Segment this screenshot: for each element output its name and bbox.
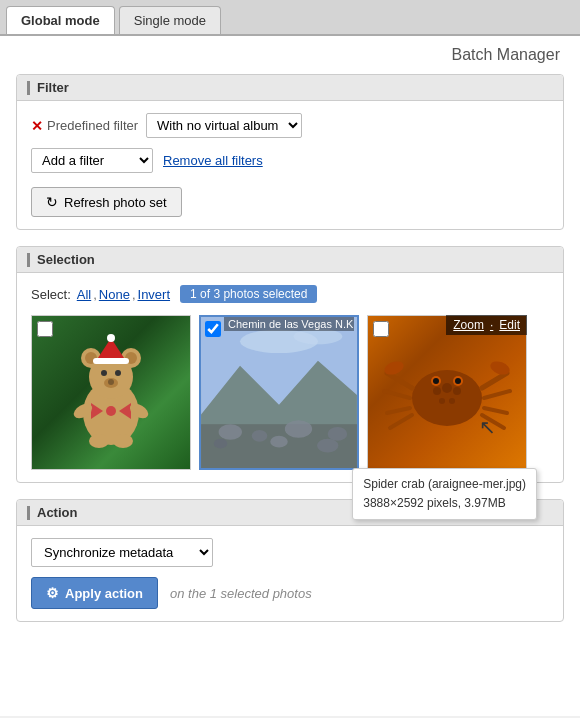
svg-point-6 xyxy=(101,370,107,376)
crab-image: ↖ xyxy=(368,316,526,469)
add-filter-select[interactable]: Add a filter xyxy=(32,149,152,172)
on-selected-text: on the 1 selected photos xyxy=(170,586,312,601)
tooltip-name: Spider crab (araignee-mer.jpg) xyxy=(363,475,526,494)
photo-tooltip: Spider crab (araignee-mer.jpg) 3888×2592… xyxy=(352,468,537,520)
add-filter-select-wrapper: Add a filter xyxy=(31,148,153,173)
crab-svg xyxy=(382,333,512,453)
predefined-filter-select[interactable]: With no virtual album With virtual album… xyxy=(147,114,301,137)
predefined-filter-select-wrapper: With no virtual album With virtual album… xyxy=(146,113,302,138)
tab-single[interactable]: Single mode xyxy=(119,6,221,34)
predefined-filter-label: Predefined filter xyxy=(47,118,138,133)
main-content: Batch Manager Filter ✕ Predefined filter… xyxy=(0,36,580,716)
svg-point-18 xyxy=(89,434,109,448)
svg-line-46 xyxy=(482,373,507,388)
selection-section: Selection Select: All , None , Invert 1 … xyxy=(16,246,564,483)
svg-point-36 xyxy=(439,398,445,404)
svg-point-34 xyxy=(442,383,452,393)
svg-point-15 xyxy=(106,406,116,416)
filter-section-header: Filter xyxy=(17,75,563,101)
tooltip-details: 3888×2592 pixels, 3.97MB xyxy=(363,494,526,513)
filter-section-body: ✕ Predefined filter With no virtual albu… xyxy=(17,101,563,229)
action-row: ⚙ Apply action on the 1 selected photos xyxy=(31,577,549,609)
photo-checkbox-teddy[interactable] xyxy=(37,321,53,337)
svg-point-37 xyxy=(449,398,455,404)
select-label: Select: xyxy=(31,287,71,302)
action-select[interactable]: Synchronize metadata Regenerate thumbnai… xyxy=(32,539,212,566)
page-title: Batch Manager xyxy=(16,46,564,64)
selection-section-body: Select: All , None , Invert 1 of 3 photo… xyxy=(17,273,563,482)
svg-line-42 xyxy=(387,373,412,388)
select-all-link[interactable]: All xyxy=(77,287,91,302)
mountain-caption: Chemin de las Vegas N.K. xyxy=(224,317,354,331)
photos-grid: Chemin de las Vegas N.K. Zoom · Edit xyxy=(31,315,549,470)
photo-item-mountain: Chemin de las Vegas N.K. xyxy=(199,315,359,470)
photo-frame-teddy xyxy=(31,315,191,470)
photo-frame-mountain xyxy=(199,315,359,470)
refresh-button[interactable]: ↻ Refresh photo set xyxy=(31,187,182,217)
selection-section-header: Selection xyxy=(17,247,563,273)
svg-line-49 xyxy=(482,415,504,428)
zoom-link[interactable]: Zoom xyxy=(453,318,484,332)
svg-point-12 xyxy=(107,334,115,342)
photo-frame-crab: ↖ xyxy=(367,315,527,470)
select-bar: Select: All , None , Invert 1 of 3 photo… xyxy=(31,285,549,303)
teddy-svg xyxy=(61,333,161,453)
add-filter-row: Add a filter Remove all filters xyxy=(31,148,549,173)
tab-global[interactable]: Global mode xyxy=(6,6,115,34)
filter-section: Filter ✕ Predefined filter With no virtu… xyxy=(16,74,564,230)
action-select-wrapper: Synchronize metadata Regenerate thumbnai… xyxy=(31,538,213,567)
select-invert-link[interactable]: Invert xyxy=(138,287,171,302)
gear-icon: ⚙ xyxy=(46,585,59,601)
svg-line-48 xyxy=(484,408,507,413)
action-section-body: Synchronize metadata Regenerate thumbnai… xyxy=(17,526,563,621)
photo-checkbox-crab[interactable] xyxy=(373,321,389,337)
svg-line-47 xyxy=(484,391,510,398)
svg-point-9 xyxy=(108,379,114,385)
select-none-link[interactable]: None xyxy=(99,287,130,302)
svg-point-41 xyxy=(455,378,461,384)
svg-line-43 xyxy=(384,391,410,398)
svg-point-32 xyxy=(412,370,482,426)
mountain-image xyxy=(201,317,357,468)
svg-point-33 xyxy=(433,387,441,395)
svg-point-7 xyxy=(115,370,121,376)
remove-predefined-filter-icon[interactable]: ✕ xyxy=(31,118,43,134)
apply-action-button[interactable]: ⚙ Apply action xyxy=(31,577,158,609)
refresh-icon: ↻ xyxy=(46,194,58,210)
tabs-bar: Global mode Single mode xyxy=(0,0,580,36)
zoom-edit-bar: Zoom · Edit xyxy=(446,315,527,335)
photo-item-crab: Zoom · Edit xyxy=(367,315,527,470)
photo-item-teddy xyxy=(31,315,191,470)
svg-rect-11 xyxy=(93,358,129,364)
svg-point-35 xyxy=(453,387,461,395)
teddy-image xyxy=(32,316,190,469)
svg-line-45 xyxy=(390,415,412,428)
selected-badge: 1 of 3 photos selected xyxy=(180,285,317,303)
remove-all-filters-link[interactable]: Remove all filters xyxy=(163,153,263,168)
predefined-filter-row: ✕ Predefined filter With no virtual albu… xyxy=(31,113,549,138)
svg-point-39 xyxy=(433,378,439,384)
photo-checkbox-mountain[interactable] xyxy=(205,321,221,337)
svg-line-44 xyxy=(387,408,410,413)
svg-point-19 xyxy=(113,434,133,448)
edit-link[interactable]: Edit xyxy=(499,318,520,332)
